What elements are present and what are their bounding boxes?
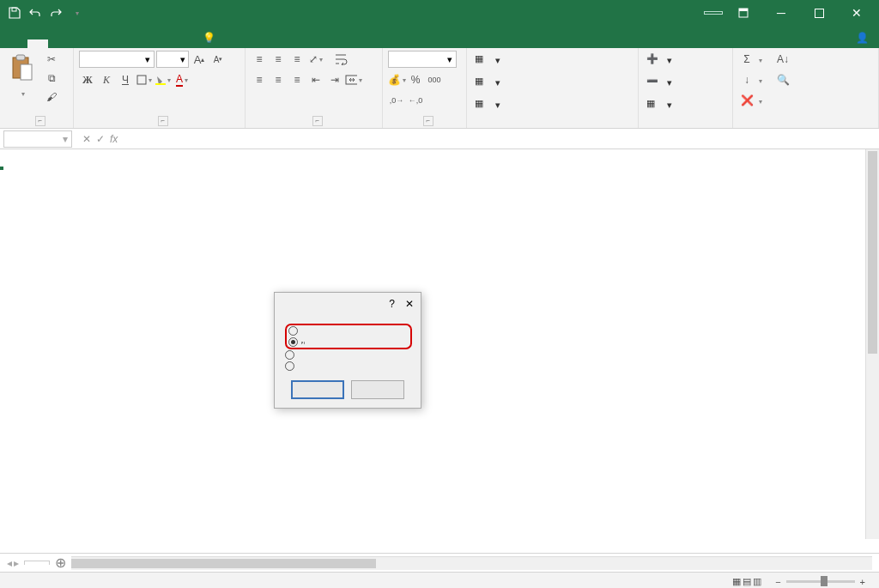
vertical-scrollbar[interactable] bbox=[865, 149, 879, 539]
tab-home[interactable] bbox=[27, 39, 48, 48]
dialog-close-icon[interactable]: ✕ bbox=[405, 298, 414, 310]
add-sheet-icon[interactable]: ⊕ bbox=[55, 555, 66, 571]
cancel-fx-icon[interactable]: ✕ bbox=[82, 133, 91, 145]
tell-me[interactable]: 💡 bbox=[192, 27, 231, 48]
font-size-combo[interactable]: ▾ bbox=[156, 51, 189, 68]
radio-column[interactable] bbox=[285, 361, 412, 372]
format-icon: ▦ bbox=[646, 98, 660, 112]
wrap-text-icon[interactable] bbox=[333, 51, 350, 68]
page-layout-icon[interactable]: ▤ bbox=[743, 576, 751, 587]
merge-icon[interactable] bbox=[345, 71, 362, 88]
copy-icon[interactable]: ⧉ bbox=[43, 70, 60, 87]
fx-icon[interactable]: fx bbox=[110, 133, 118, 145]
normal-view-icon[interactable]: ▦ bbox=[732, 576, 741, 587]
cancel-button[interactable] bbox=[351, 380, 404, 399]
tab-file[interactable] bbox=[7, 39, 27, 48]
cut-icon[interactable]: ✂ bbox=[43, 51, 60, 68]
sheet-next-icon[interactable]: ▸ bbox=[14, 557, 19, 569]
radio-shift-up[interactable] bbox=[285, 336, 412, 349]
zoom-in-icon[interactable]: + bbox=[860, 577, 865, 587]
tab-data[interactable] bbox=[110, 39, 130, 48]
save-icon[interactable] bbox=[5, 3, 24, 22]
tab-help[interactable] bbox=[172, 39, 192, 48]
delete-cells-button[interactable]: ➖▾ bbox=[644, 73, 727, 92]
ribbon-options-icon[interactable] bbox=[726, 0, 761, 26]
ok-button[interactable] bbox=[291, 380, 344, 399]
font-dialog-icon[interactable]: ⌐ bbox=[158, 116, 168, 126]
tab-formulas[interactable] bbox=[89, 39, 110, 48]
sheet-tab[interactable] bbox=[24, 561, 50, 565]
find-icon[interactable]: 🔍 bbox=[774, 71, 791, 88]
underline-icon[interactable]: Ч bbox=[117, 71, 134, 88]
clear-icon[interactable]: ❌ bbox=[738, 92, 755, 109]
login-button[interactable] bbox=[704, 11, 723, 15]
conditional-format-button[interactable]: ▦▾ bbox=[472, 51, 633, 70]
tab-layout[interactable] bbox=[69, 39, 89, 48]
redo-icon[interactable] bbox=[46, 3, 65, 22]
fill-icon[interactable]: ↓ bbox=[738, 71, 755, 88]
svg-rect-0 bbox=[12, 8, 16, 11]
bold-icon[interactable]: Ж bbox=[79, 71, 96, 88]
radio-shift-left[interactable] bbox=[285, 324, 412, 336]
decrease-indent-icon[interactable]: ⇤ bbox=[307, 71, 324, 88]
title-bar: ─ ✕ bbox=[0, 0, 879, 26]
orientation-icon[interactable]: ⤢ bbox=[307, 51, 324, 68]
paste-button[interactable] bbox=[5, 51, 39, 115]
increase-indent-icon[interactable]: ⇥ bbox=[326, 71, 343, 88]
percent-icon[interactable]: % bbox=[407, 71, 424, 88]
clipboard-dialog-icon[interactable]: ⌐ bbox=[35, 116, 45, 126]
align-middle-icon[interactable]: ≡ bbox=[270, 51, 287, 68]
font-color-icon[interactable]: A bbox=[173, 71, 191, 88]
tab-view[interactable] bbox=[151, 39, 172, 48]
tab-review[interactable] bbox=[130, 39, 151, 48]
format-painter-icon[interactable]: 🖌 bbox=[43, 88, 60, 106]
maximize-button[interactable] bbox=[802, 0, 836, 26]
share-button[interactable]: 👤 bbox=[846, 27, 879, 48]
sort-filter-icon[interactable]: A↓ bbox=[774, 51, 791, 68]
decrease-font-icon[interactable]: A▾ bbox=[209, 51, 227, 68]
dialog-help-icon[interactable]: ? bbox=[389, 298, 395, 310]
decrease-decimal-icon[interactable]: ←,0 bbox=[407, 92, 424, 109]
align-right-icon[interactable]: ≡ bbox=[288, 71, 306, 88]
qat-more-icon[interactable] bbox=[67, 3, 86, 22]
align-top-icon[interactable]: ≡ bbox=[251, 51, 268, 68]
insert-cells-button[interactable]: ➕▾ bbox=[644, 51, 727, 70]
fill-color-icon[interactable] bbox=[155, 71, 172, 88]
comma-icon[interactable]: 000 bbox=[426, 71, 443, 88]
undo-icon[interactable] bbox=[26, 3, 45, 22]
close-button[interactable]: ✕ bbox=[840, 0, 874, 26]
align-dialog-icon[interactable]: ⌐ bbox=[312, 116, 323, 126]
page-break-icon[interactable]: ▥ bbox=[753, 576, 761, 587]
number-dialog-icon[interactable]: ⌐ bbox=[423, 116, 433, 126]
sheet-prev-icon[interactable]: ◂ bbox=[7, 557, 12, 569]
zoom-out-icon[interactable]: − bbox=[775, 577, 780, 587]
enter-fx-icon[interactable]: ✓ bbox=[96, 133, 105, 145]
svg-rect-2 bbox=[739, 9, 748, 11]
zoom-slider[interactable] bbox=[786, 580, 855, 583]
ribbon: ✂ ⧉ 🖌 ⌐ ▾ ▾ A▴ A▾ Ж К Ч A ⌐ bbox=[0, 48, 879, 129]
spreadsheet-grid[interactable] bbox=[0, 149, 879, 553]
tab-insert[interactable] bbox=[48, 39, 69, 48]
border-icon[interactable] bbox=[136, 71, 153, 88]
increase-font-icon[interactable]: A▴ bbox=[191, 51, 208, 68]
minimize-button[interactable]: ─ bbox=[764, 0, 798, 26]
clipboard-icon bbox=[9, 52, 36, 83]
svg-rect-3 bbox=[815, 9, 823, 17]
name-box[interactable]: ▾ bbox=[3, 130, 72, 148]
horizontal-scrollbar[interactable] bbox=[71, 556, 872, 570]
format-cells-button[interactable]: ▦▾ bbox=[644, 95, 727, 114]
table-icon: ▦ bbox=[475, 76, 488, 89]
accounting-icon[interactable]: 💰 bbox=[388, 71, 405, 88]
autosum-icon[interactable]: Σ bbox=[738, 51, 755, 68]
delete-icon: ➖ bbox=[646, 76, 660, 89]
font-name-combo[interactable]: ▾ bbox=[79, 51, 155, 68]
cell-styles-button[interactable]: ▦▾ bbox=[472, 95, 633, 114]
align-left-icon[interactable]: ≡ bbox=[251, 71, 268, 88]
increase-decimal-icon[interactable]: ,0→ bbox=[388, 92, 405, 109]
radio-row[interactable] bbox=[285, 349, 412, 361]
format-table-button[interactable]: ▦▾ bbox=[472, 73, 633, 92]
align-center-icon[interactable]: ≡ bbox=[270, 71, 287, 88]
number-format-combo[interactable]: ▾ bbox=[388, 51, 457, 68]
italic-icon[interactable]: К bbox=[98, 71, 115, 88]
align-bottom-icon[interactable]: ≡ bbox=[288, 51, 306, 68]
